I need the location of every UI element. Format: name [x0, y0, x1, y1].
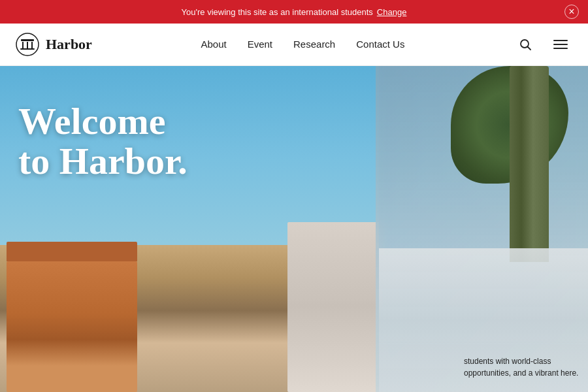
- svg-rect-2: [22, 42, 24, 48]
- logo-text: Harbor: [46, 36, 92, 53]
- announcement-change-link[interactable]: Change: [377, 7, 407, 17]
- nav-item-contact[interactable]: Contact Us: [356, 39, 404, 50]
- hero-bottom-text: students with world-class opportunities,…: [464, 355, 581, 379]
- building-right-bg: [287, 222, 379, 392]
- main-nav: About Event Research Contact Us: [201, 39, 404, 50]
- svg-line-7: [527, 47, 531, 50]
- hero-title-line2: to Harbor.: [18, 140, 188, 182]
- hero-content: Welcome to Harbor.: [18, 102, 188, 182]
- announcement-close-button[interactable]: ×: [564, 5, 579, 19]
- nav-item-research[interactable]: Research: [293, 39, 335, 50]
- nav-item-event[interactable]: Event: [248, 39, 272, 50]
- site-header: Harbor About Event Research Contact Us: [0, 24, 588, 66]
- search-button[interactable]: [514, 33, 537, 56]
- svg-rect-5: [20, 48, 35, 50]
- announcement-text: You're viewing this site as an internati…: [182, 7, 373, 17]
- tree-trunk: [510, 66, 549, 262]
- close-icon: ×: [568, 6, 574, 18]
- announcement-bar: You're viewing this site as an internati…: [0, 0, 588, 24]
- svg-rect-4: [31, 42, 33, 48]
- svg-rect-1: [21, 39, 34, 41]
- hero-title-line1: Welcome: [18, 100, 165, 142]
- hero-bottom-description: students with world-class opportunities,…: [464, 357, 578, 378]
- hero-title: Welcome to Harbor.: [18, 102, 188, 182]
- hamburger-icon: [553, 40, 568, 49]
- svg-rect-3: [27, 42, 28, 48]
- nav-actions: [514, 33, 572, 56]
- hero-section: Welcome to Harbor. students with world-c…: [0, 66, 588, 392]
- nav-link-about[interactable]: About: [201, 39, 226, 50]
- logo[interactable]: Harbor: [16, 33, 92, 56]
- nav-link-research[interactable]: Research: [293, 39, 335, 50]
- search-icon: [519, 38, 532, 51]
- nav-item-about[interactable]: About: [201, 39, 226, 50]
- building-left: [7, 261, 137, 392]
- nav-link-contact[interactable]: Contact Us: [356, 39, 404, 50]
- hero-image-right: [376, 66, 588, 392]
- logo-icon: [16, 33, 39, 56]
- menu-button[interactable]: [549, 33, 572, 56]
- nav-link-event[interactable]: Event: [248, 39, 272, 50]
